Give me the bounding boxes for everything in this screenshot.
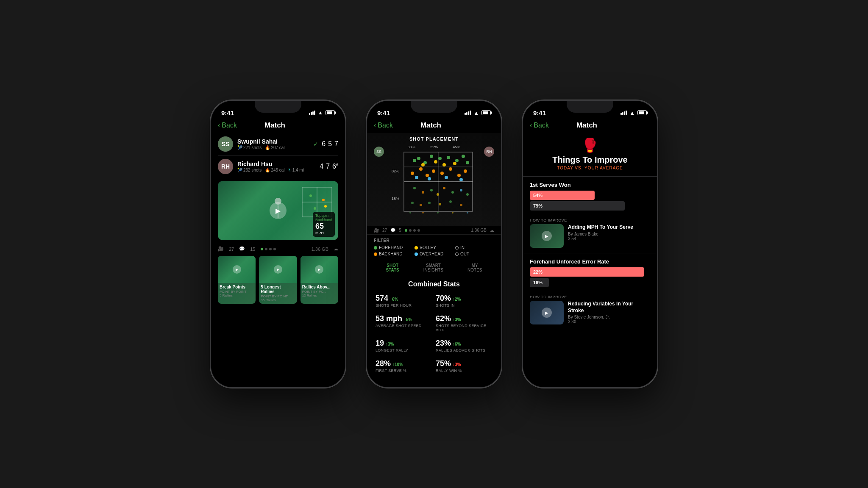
player-2-score-2: 7: [326, 163, 330, 170]
phone-1: 9:41 ▲ ‹ Bac: [210, 100, 346, 388]
stat-extra-1: 28% ↑10% FIRST SERVE %: [374, 356, 434, 376]
pct-left: 82%: [392, 169, 399, 173]
back-chevron-3: ‹: [530, 122, 532, 129]
serves-video-card[interactable]: ▶ Adding MPH To Your Serve By James Blak…: [530, 224, 650, 248]
svg-point-34: [428, 177, 431, 180]
tab-insights-label: INSIGHTS: [423, 268, 443, 272]
stat-value-e1: 28% ↑10%: [376, 359, 432, 368]
stat-value-bs: 62% ↑3%: [436, 314, 492, 323]
stat-value-si: 70% ↑2%: [436, 294, 492, 303]
storage-2: 1.36 GB: [471, 228, 487, 233]
stat-extra-2: 75% ↓3% RALLY WIN %: [434, 356, 494, 376]
player-2-info: Richard Hsu 🎾 232 shots 🔥 245 cal ↻ 1.: [237, 161, 315, 172]
tab-notes-label: NOTES: [467, 268, 482, 272]
error-rate-current: 22%: [530, 267, 644, 277]
serves-won-label: 1st Serves Won: [530, 182, 650, 188]
svg-point-49: [449, 200, 452, 203]
stat-name-ra: RALLIES ABOVE 8 SHOTS: [436, 348, 492, 352]
serves-video-duration: 3:54: [568, 236, 633, 241]
court-svg: [402, 150, 475, 214]
serves-video-title: Adding MPH To Your Serve: [568, 224, 633, 231]
stat-value-e2: 75% ↓3%: [436, 359, 492, 368]
improve-title: Things To Improve: [523, 155, 657, 165]
wifi-icon-3: ▲: [629, 110, 635, 116]
play-button-1[interactable]: ▶: [270, 202, 287, 219]
svg-point-42: [451, 191, 454, 194]
tab-smart-insights[interactable]: SMART INSIGHTS: [423, 263, 443, 272]
clips-icon-2: 🎥: [374, 228, 379, 233]
serves-video-section: HOW TO IMPROVE ▶ Adding MPH To Your Serv…: [523, 216, 657, 251]
status-icons-2: ▲: [465, 110, 491, 116]
cloud-icon-2: ☁: [490, 228, 494, 233]
stat-rallies-above: 23% ↑6% RALLIES ABOVE 8 SHOTS: [434, 336, 494, 356]
player-2-avatar: RH: [218, 159, 233, 174]
signal-bar-1: [309, 113, 310, 115]
pct-top-left: 33%: [408, 145, 415, 149]
error-video-info: Reducing Variables In Your Stroke By Ste…: [568, 301, 650, 324]
comments-count-2: 5: [399, 228, 401, 233]
serves-won-section: 1st Serves Won 54% 79%: [523, 178, 657, 216]
svg-point-30: [434, 160, 437, 164]
serves-won-bars: 54% 79%: [530, 191, 650, 211]
status-bar-1: 9:41 ▲: [211, 101, 345, 119]
dot-1-4: [273, 248, 276, 250]
status-icons-1: ▲: [309, 110, 335, 116]
shot-type-2: Backhand: [315, 218, 332, 222]
pct-top-mid: 22%: [430, 145, 438, 149]
nav-bar-2: ‹ Back Match: [367, 119, 501, 133]
tab-shot-stats[interactable]: SHOT STATS: [386, 263, 399, 272]
video-section-1[interactable]: ▶ Topspin Backhand 65 MPH: [218, 181, 338, 240]
shot-speed-1: 65: [315, 222, 332, 231]
svg-point-51: [409, 212, 411, 214]
filter-backhand[interactable]: BACKHAND: [374, 252, 413, 256]
stat-longest-rally: 19 ↑3% LONGEST RALLY: [374, 336, 434, 356]
phone-2: 9:41 ▲ ‹ Bac: [366, 100, 502, 388]
improve-subtitle: TODAY VS. YOUR AVERAGE: [523, 165, 657, 175]
tab-my-label: MY: [467, 263, 482, 268]
volley-dot: [415, 246, 418, 250]
nav-title-1: Match: [264, 121, 285, 130]
svg-point-37: [413, 187, 416, 189]
error-video-author: By Stevie Johnson, Jr.: [568, 315, 650, 319]
phone-2-screen: 9:41 ▲ ‹ Bac: [367, 101, 501, 387]
back-button-1[interactable]: ‹ Back: [218, 122, 237, 129]
player-2-dist: ↻ 1.4 mi: [288, 168, 304, 172]
svg-point-17: [447, 156, 450, 159]
svg-point-47: [428, 202, 431, 204]
comments-icon-2: 💬: [390, 228, 395, 233]
filter-forehand[interactable]: FOREHAND: [374, 245, 413, 250]
thumb-play-1: ▶: [233, 265, 241, 274]
status-time-3: 9:41: [533, 109, 546, 116]
thumbnail-1[interactable]: ▶ Break Points Point By Point 5 Rallies: [218, 256, 256, 304]
overhead-label: OVERHEAD: [420, 252, 443, 256]
back-button-3[interactable]: ‹ Back: [530, 122, 549, 129]
filter-overhead[interactable]: OVERHEAD: [415, 252, 453, 256]
thumbnail-2[interactable]: ▶ 5 Longest Rallies Point By Point 35 Ra…: [259, 256, 297, 304]
svg-point-35: [445, 176, 448, 179]
back-button-2[interactable]: ‹ Back: [374, 122, 393, 129]
svg-point-54: [452, 212, 453, 214]
svg-point-46: [420, 204, 422, 206]
svg-point-26: [449, 167, 452, 171]
player-2-stats: 🎾 232 shots 🔥 245 cal ↻ 1.4 mi: [237, 168, 315, 172]
error-video-card[interactable]: ▶ Reducing Variables In Your Stroke By S…: [530, 301, 650, 324]
svg-point-20: [466, 161, 469, 164]
filter-in[interactable]: IN: [455, 245, 494, 250]
filter-volley[interactable]: VOLLEY: [415, 245, 453, 250]
svg-point-12: [417, 157, 420, 160]
player-1-score-2: 5: [328, 140, 332, 148]
player-1-avatar: SS: [218, 136, 233, 152]
tab-my-notes[interactable]: MY NOTES: [467, 263, 482, 272]
player-2-cal: 🔥 245 cal: [265, 168, 284, 172]
stat-name-sph: SHOTS PER HOUR: [376, 303, 432, 308]
forehand-dot: [374, 246, 377, 250]
tab-smart-label: SMART: [423, 263, 443, 268]
thumbnail-3[interactable]: ▶ Rallies Abov... Point By PC... 12 Rall…: [300, 256, 338, 304]
thumb-play-2: ▶: [274, 265, 282, 274]
battery-icon-3: [637, 110, 647, 115]
shot-speed-unit-1: MPH: [315, 231, 332, 235]
player-1-score-3: 7: [334, 140, 338, 148]
nav-title-2: Match: [420, 121, 441, 130]
svg-point-41: [443, 187, 445, 189]
filter-out[interactable]: OUT: [455, 252, 494, 256]
